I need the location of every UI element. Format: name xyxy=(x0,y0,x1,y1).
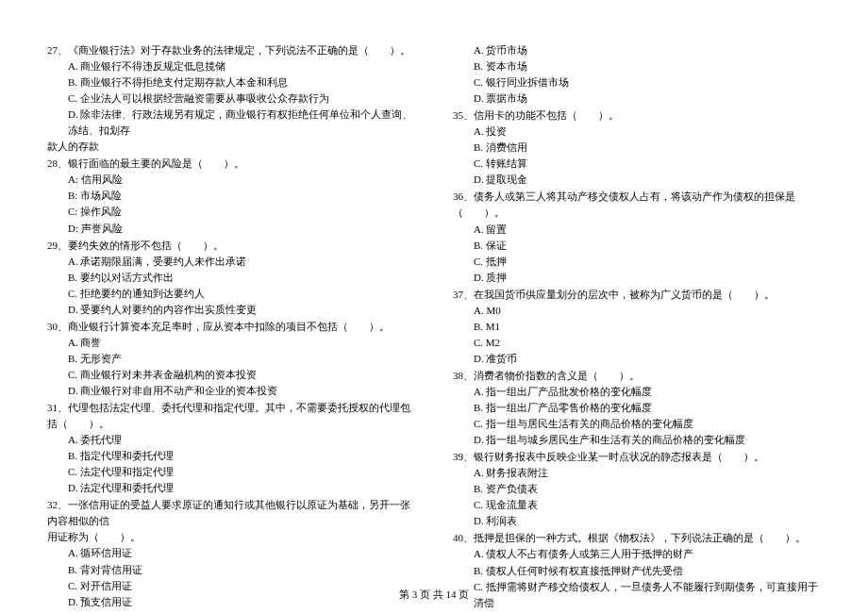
q31-option-b: B. 指定代理和委托代理 xyxy=(47,448,415,464)
question-28: 28、银行面临的最主要的风险是（ ）。 A: 信用风险 B: 市场风险 C: 操… xyxy=(47,156,415,236)
q38-text: 38、消费者物价指数的含义是（ ）。 xyxy=(453,368,821,384)
q30-option-d: D. 商业银行对非自用不动产和企业的资本投资 xyxy=(47,383,415,399)
q31-option-d: D. 法定代理和委托代理 xyxy=(47,480,415,496)
q30-text: 30、商业银行计算资本充足率时，应从资本中扣除的项目不包括（ ）。 xyxy=(47,319,415,335)
q36-option-a: A. 留置 xyxy=(453,222,821,238)
q37-option-d: D. 准货币 xyxy=(453,351,821,367)
q28-option-d: D: 声誉风险 xyxy=(47,221,415,237)
q29-option-a: A. 承诺期限届满，受要约人未作出承诺 xyxy=(47,254,415,270)
question-39: 39、银行财务报表中反映企业某一时点状况的静态报表是（ ）。 A. 财务报表附注… xyxy=(453,449,821,529)
question-29: 29、要约失效的情形不包括（ ）。 A. 承诺期限届满，受要约人未作出承诺 B.… xyxy=(47,238,415,318)
q34-option-d: D. 票据市场 xyxy=(453,91,821,107)
q34-option-b: B. 资本市场 xyxy=(453,58,821,75)
right-column: A. 货币市场 B. 资本市场 C. 银行同业拆借市场 D. 票据市场 35、信… xyxy=(453,42,821,613)
q32-text-cont: 用证称为（ ）。 xyxy=(47,529,415,545)
q40-option-a: A. 债权人不占有债务人或第三人用于抵押的财产 xyxy=(453,546,821,562)
question-37: 37、在我国货币供应量划分的层次中，被称为广义货币的是（ ）。 A. M0 B.… xyxy=(453,287,821,367)
q32-text: 32、一张信用证的受益人要求原证的通知行或其他银行以原证为基础，另开一张内容相似… xyxy=(47,497,415,529)
q31-option-c: C. 法定代理和指定代理 xyxy=(47,464,415,480)
q40-option-b: B. 债权人任何时候有权直接抵押财产优先受偿 xyxy=(453,563,821,579)
q38-option-d: D. 指一组与城乡居民生产和生活有关的商品价格的变化幅度 xyxy=(453,432,821,448)
q27-option-c: C. 企业法人可以根据经营融资需要从事吸收公众存款行为 xyxy=(47,91,415,107)
left-column: 27、《商业银行法》对于存款业务的法律规定，下列说法不正确的是（ ）。 A. 商… xyxy=(47,42,415,613)
q36-option-b: B. 保证 xyxy=(453,238,821,254)
q38-option-a: A. 指一组出厂产品批发价格的变化幅度 xyxy=(453,384,821,400)
q35-option-c: C. 转账结算 xyxy=(453,156,821,172)
q36-option-d: D. 质押 xyxy=(453,270,821,286)
q39-text: 39、银行财务报表中反映企业某一时点状况的静态报表是（ ）。 xyxy=(453,449,821,465)
q28-option-c: C: 操作风险 xyxy=(47,204,415,220)
q29-option-c: C. 拒绝要约的通知到达要约人 xyxy=(47,286,415,302)
q27-option-d-cont: 款人的存款 xyxy=(47,139,415,155)
q30-option-b: B. 无形资产 xyxy=(47,351,415,367)
q34-option-c: C. 银行同业拆借市场 xyxy=(453,75,821,91)
question-35: 35、信用卡的功能不包括（ ）。 A. 投资 B. 消费信用 C. 转账结算 D… xyxy=(453,108,821,188)
q29-text: 29、要约失效的情形不包括（ ）。 xyxy=(47,238,415,254)
page-footer: 第 3 页 共 14 页 xyxy=(0,588,868,602)
question-34-options: A. 货币市场 B. 资本市场 C. 银行同业拆借市场 D. 票据市场 xyxy=(453,42,821,107)
q34-option-a: A. 货币市场 xyxy=(453,42,821,58)
q31-option-a: A. 委托代理 xyxy=(47,432,415,448)
q27-option-d: D. 除非法律、行政法规另有规定，商业银行有权拒绝任何单位和个人查询、冻结、扣划… xyxy=(47,107,415,139)
q30-option-c: C. 商业银行对未并表金融机构的资本投资 xyxy=(47,367,415,383)
q28-option-b: B: 市场风险 xyxy=(47,188,415,204)
q27-option-b: B. 商业银行不得拒绝支付定期存款人本金和利息 xyxy=(47,75,415,91)
q35-option-a: A. 投资 xyxy=(453,124,821,140)
q36-option-c: C. 抵押 xyxy=(453,254,821,270)
q32-option-b: B. 背对背信用证 xyxy=(47,562,415,578)
q37-option-a: A. M0 xyxy=(453,303,821,319)
q35-text: 35、信用卡的功能不包括（ ）。 xyxy=(453,108,821,124)
question-31: 31、代理包括法定代理、委托代理和指定代理。其中，不需要委托授权的代理包括（ ）… xyxy=(47,400,415,496)
q39-option-b: B. 资产负债表 xyxy=(453,481,821,497)
q31-text: 31、代理包括法定代理、委托代理和指定代理。其中，不需要委托授权的代理包括（ ）… xyxy=(47,400,415,432)
q29-option-b: B. 要约以对话方式作出 xyxy=(47,270,415,286)
q39-option-c: C. 现金流量表 xyxy=(453,497,821,513)
question-36: 36、债务人或第三人将其动产移交债权人占有，将该动产作为债权的担保是（ ）。 A… xyxy=(453,189,821,285)
q28-text: 28、银行面临的最主要的风险是（ ）。 xyxy=(47,156,415,172)
q37-option-b: B. M1 xyxy=(453,319,821,335)
question-27: 27、《商业银行法》对于存款业务的法律规定，下列说法不正确的是（ ）。 A. 商… xyxy=(47,42,415,155)
q27-text: 27、《商业银行法》对于存款业务的法律规定，下列说法不正确的是（ ）。 xyxy=(47,42,415,58)
q35-option-b: B. 消费信用 xyxy=(453,140,821,156)
q32-option-a: A. 循环信用证 xyxy=(47,545,415,561)
q28-option-a: A: 信用风险 xyxy=(47,172,415,188)
q35-option-d: D. 提取现金 xyxy=(453,172,821,188)
q39-option-d: D. 利润表 xyxy=(453,513,821,529)
q37-text: 37、在我国货币供应量划分的层次中，被称为广义货币的是（ ）。 xyxy=(453,287,821,303)
content-columns: 27、《商业银行法》对于存款业务的法律规定，下列说法不正确的是（ ）。 A. 商… xyxy=(47,42,821,613)
q30-option-a: A. 商誉 xyxy=(47,335,415,351)
q38-option-c: C. 指一组与居民生活有关的商品价格的变化幅度 xyxy=(453,416,821,432)
q36-text: 36、债务人或第三人将其动产移交债权人占有，将该动产作为债权的担保是（ ）。 xyxy=(453,189,821,221)
q40-text: 40、抵押是担保的一种方式。根据《物权法》，下列说法正确的是（ ）。 xyxy=(453,530,821,546)
q37-option-c: C. M2 xyxy=(453,335,821,351)
q29-option-d: D. 受要约人对要约的内容作出实质性变更 xyxy=(47,302,415,318)
question-30: 30、商业银行计算资本充足率时，应从资本中扣除的项目不包括（ ）。 A. 商誉 … xyxy=(47,319,415,399)
q38-option-b: B. 指一组出厂产品零售价格的变化幅度 xyxy=(453,400,821,416)
q27-option-a: A. 商业银行不得违反规定低息揽储 xyxy=(47,58,415,75)
question-38: 38、消费者物价指数的含义是（ ）。 A. 指一组出厂产品批发价格的变化幅度 B… xyxy=(453,368,821,448)
q39-option-a: A. 财务报表附注 xyxy=(453,465,821,481)
